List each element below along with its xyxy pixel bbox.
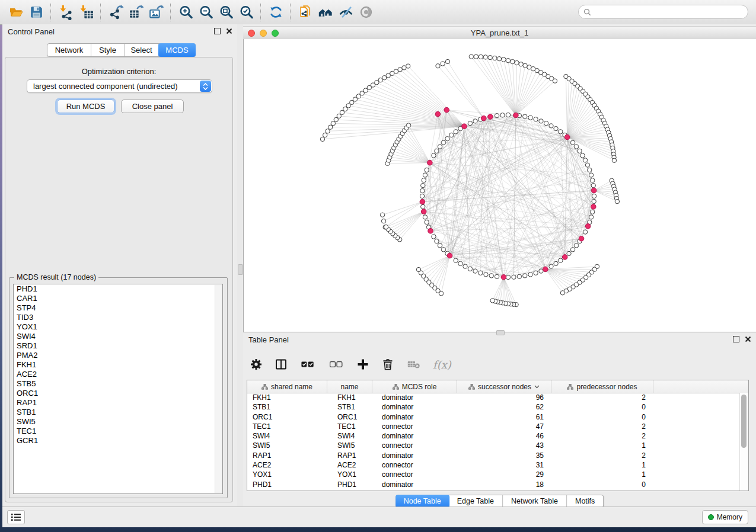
table-cell: 2 bbox=[551, 451, 653, 460]
table-cell: SWI4 bbox=[247, 431, 327, 441]
memory-button[interactable]: Memory bbox=[702, 510, 748, 524]
column-label: successor nodes bbox=[478, 383, 531, 391]
network-overview-button[interactable] bbox=[315, 2, 336, 23]
table-cell: 31 bbox=[457, 460, 551, 470]
tab-motifs[interactable]: Motifs bbox=[567, 495, 603, 507]
zoom-selected-button[interactable] bbox=[236, 2, 256, 23]
export-network-button[interactable] bbox=[106, 2, 126, 23]
table-cell: dominator bbox=[372, 402, 457, 412]
search-box[interactable] bbox=[578, 5, 748, 19]
close-panel-icon[interactable] bbox=[226, 28, 232, 34]
save-session-button[interactable] bbox=[26, 2, 46, 23]
table-row[interactable]: SWI4SWI4dominator462 bbox=[247, 431, 740, 441]
unchecked-boxes-icon bbox=[330, 358, 343, 371]
table-cell: 43 bbox=[457, 441, 551, 450]
zoom-in-button[interactable] bbox=[176, 2, 196, 23]
mcds-result-item[interactable]: CAR1 bbox=[14, 294, 222, 303]
tab-style[interactable]: Style bbox=[91, 44, 125, 56]
splitter-grip[interactable] bbox=[238, 264, 243, 275]
table-row[interactable]: SWI5SWI5connector431 bbox=[247, 441, 740, 450]
mcds-result-item[interactable]: SRD1 bbox=[14, 341, 222, 351]
export-table-button[interactable] bbox=[126, 2, 146, 23]
mcds-result-item[interactable]: GCR1 bbox=[14, 436, 222, 446]
open-session-button[interactable] bbox=[6, 2, 26, 23]
refresh-view-button[interactable] bbox=[266, 2, 286, 23]
hide-all-columns-button[interactable] bbox=[327, 357, 345, 371]
export-network-icon bbox=[108, 4, 124, 20]
close-panel-button[interactable]: Close panel bbox=[121, 100, 184, 113]
mcds-result-item[interactable]: STP4 bbox=[14, 303, 222, 313]
delete-column-button[interactable] bbox=[381, 357, 395, 371]
table-settings-button[interactable] bbox=[249, 357, 263, 371]
table-row[interactable]: FKH1FKH1dominator962 bbox=[247, 393, 740, 402]
float-panel-icon[interactable] bbox=[733, 336, 739, 342]
column-header-shared-name[interactable]: shared name bbox=[247, 380, 327, 393]
show-graphics-details-button[interactable] bbox=[356, 2, 376, 23]
tab-node-table[interactable]: Node Table bbox=[395, 495, 449, 508]
create-column-button[interactable] bbox=[356, 357, 370, 371]
mcds-list-scrollbar[interactable] bbox=[215, 285, 222, 493]
node-table-header: shared name name MCDS role bbox=[247, 380, 748, 393]
mcds-result-item[interactable]: FKH1 bbox=[14, 360, 222, 370]
node-table: shared name name MCDS role bbox=[247, 380, 749, 491]
mcds-result-item[interactable]: SWI4 bbox=[14, 332, 222, 341]
vertical-splitter[interactable] bbox=[237, 24, 243, 507]
search-input[interactable] bbox=[594, 6, 748, 18]
table-scrollbar-thumb[interactable] bbox=[741, 395, 747, 448]
table-row[interactable]: RAP1RAP1dominator352 bbox=[247, 451, 740, 460]
table-scrollbar[interactable] bbox=[739, 393, 748, 491]
mcds-result-item[interactable]: ACE2 bbox=[14, 370, 222, 379]
tree-icon bbox=[261, 384, 268, 390]
show-all-columns-button[interactable] bbox=[299, 357, 317, 371]
table-row[interactable]: ORC1ORC1dominator610 bbox=[247, 412, 740, 422]
tab-mcds[interactable]: MCDS bbox=[158, 43, 196, 57]
tab-edge-table[interactable]: Edge Table bbox=[449, 495, 503, 507]
clone-network-button[interactable] bbox=[295, 2, 315, 23]
mcds-result-item[interactable]: TID3 bbox=[14, 313, 222, 322]
mcds-result-list[interactable]: PHD1CAR1STP4TID3YOX1SWI4SRD1PMA2FKH1ACE2… bbox=[13, 284, 223, 494]
mcds-result-item[interactable]: STB5 bbox=[14, 379, 222, 389]
select-columns-button[interactable] bbox=[274, 357, 288, 371]
table-cell: 2 bbox=[551, 422, 653, 431]
tab-select[interactable]: Select bbox=[125, 44, 159, 56]
zoom-out-button[interactable] bbox=[196, 2, 216, 23]
tab-network-table[interactable]: Network Table bbox=[503, 495, 567, 507]
network-window-titlebar[interactable]: YPA_prune.txt_1 bbox=[243, 26, 756, 40]
network-and-table-area: YPA_prune.txt_1 Table Panel bbox=[243, 24, 756, 507]
column-header-successor-nodes[interactable]: successor nodes bbox=[457, 380, 551, 393]
mcds-result-item[interactable]: TEC1 bbox=[14, 427, 222, 436]
criterion-dropdown[interactable]: largest connected component (undirected) bbox=[27, 79, 212, 93]
export-image-button[interactable] bbox=[146, 2, 166, 23]
column-label: shared name bbox=[271, 383, 312, 391]
table-row[interactable]: ACE2ACE2connector311 bbox=[247, 460, 740, 470]
table-row[interactable]: PHD1PHD1dominator180 bbox=[247, 480, 740, 489]
float-panel-icon[interactable] bbox=[214, 28, 221, 34]
tab-network[interactable]: Network bbox=[47, 44, 91, 56]
mcds-result-item[interactable]: SWI5 bbox=[14, 417, 222, 427]
table-row[interactable]: STB1STB1dominator620 bbox=[247, 402, 740, 412]
mcds-result-item[interactable]: PMA2 bbox=[14, 351, 222, 360]
table-row[interactable]: TEC1TEC1connector472 bbox=[247, 422, 740, 431]
column-header-mcds-role[interactable]: MCDS role bbox=[372, 380, 457, 393]
mcds-result-item[interactable]: YOX1 bbox=[14, 322, 222, 332]
table-toolbar: f(x) bbox=[249, 352, 451, 376]
hide-graphics-details-button[interactable] bbox=[336, 2, 356, 23]
column-header-name[interactable]: name bbox=[327, 380, 372, 393]
network-graph[interactable] bbox=[244, 39, 756, 332]
mcds-result-item[interactable]: STB1 bbox=[14, 408, 222, 417]
mcds-result-item[interactable]: PHD1 bbox=[14, 284, 222, 294]
run-mcds-button[interactable]: Run MCDS bbox=[57, 100, 114, 113]
import-table-button[interactable] bbox=[76, 2, 96, 23]
task-history-button[interactable] bbox=[7, 510, 25, 524]
table-cell: FKH1 bbox=[247, 393, 327, 402]
gear-icon bbox=[250, 358, 263, 371]
zoom-fit-button[interactable] bbox=[216, 2, 236, 23]
import-network-button[interactable] bbox=[56, 2, 76, 23]
cytoscape-window: Control Panel Network Style Select MCDS … bbox=[0, 0, 756, 532]
table-row[interactable]: YOX1YOX1connector291 bbox=[247, 470, 740, 479]
network-canvas[interactable] bbox=[243, 39, 756, 332]
mcds-result-item[interactable]: ORC1 bbox=[14, 389, 222, 398]
close-panel-icon[interactable] bbox=[745, 336, 751, 342]
mcds-result-item[interactable]: RAP1 bbox=[14, 398, 222, 408]
column-header-predecessor-nodes[interactable]: predecessor nodes bbox=[551, 380, 653, 393]
